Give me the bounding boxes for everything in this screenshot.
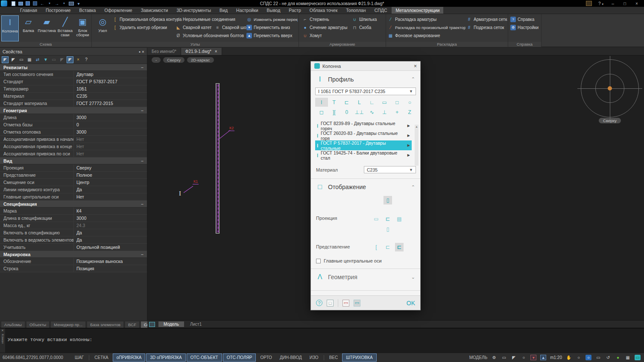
doc-tab-f21-9-1[interactable]: Ф21.9-1.dwg*× [181, 48, 222, 55]
toggle-din-vvod[interactable]: ДИН-ВВОД [276, 354, 305, 361]
tab-vid[interactable]: Вид [216, 7, 231, 14]
shape-angle[interactable]: L [353, 98, 366, 107]
expand-arrow-icon[interactable]: ▶ [407, 143, 410, 147]
tab-oformlenie[interactable]: Оформление [100, 7, 136, 14]
tab-obekty[interactable]: Объекты [26, 321, 50, 328]
representation-simple-button[interactable]: [ [372, 243, 381, 251]
monitor-icon[interactable]: ▭ [635, 355, 641, 360]
undo-icon[interactable]: ← [40, 1, 45, 6]
rod-button[interactable]: ⌐ Стержень [302, 16, 347, 23]
profile-dropdown[interactable]: Ⅰ 10Б1 ГОСТ Р 57837-2017 С235 ▼ [315, 88, 416, 95]
toggle-ves[interactable]: ВЕС [326, 354, 342, 361]
space-mode-label[interactable]: МОДЕЛЬ [469, 355, 487, 360]
command-panel-tab[interactable]: × Коман [0, 328, 5, 353]
collapse-icon[interactable]: − [141, 158, 143, 163]
quick-select-icon[interactable]: ◤ [67, 56, 73, 63]
help-menu-button[interactable]: ? ▾ [598, 1, 604, 6]
stirrup-button[interactable]: ∪ Хомут [302, 32, 337, 39]
central-axes-checkbox[interactable] [316, 259, 321, 263]
tab-glavnaya[interactable]: Главная [16, 7, 41, 14]
dialog-help-icon[interactable]: ? [316, 300, 322, 306]
shape-channel[interactable]: ⊏ [340, 98, 353, 107]
tab-metallokonstruktsii[interactable]: Металлоконструкции [392, 7, 443, 14]
app-logo-icon[interactable] [1, 0, 7, 6]
move-up-button[interactable]: ▲ Переместить вверх [246, 32, 298, 39]
selection-filter-icon[interactable]: ▼ [42, 56, 49, 63]
minimize-button[interactable]: – [610, 1, 616, 6]
layout-trajectory-button[interactable]: ⁄ Раскладка по произвольной траектории [388, 24, 465, 31]
mark-k1[interactable]: К1 [193, 179, 199, 184]
select-rect-all-icon[interactable]: ▦ [26, 56, 33, 63]
tab-rastr[interactable]: Растр [285, 7, 304, 14]
shape-double-angle[interactable]: ⊥⊥ [353, 108, 366, 117]
zoom-icon[interactable]: ○ [576, 355, 582, 360]
shape-cross[interactable]: + [391, 108, 404, 117]
toggle-shag[interactable]: ШАГ [71, 354, 87, 361]
notes-icon[interactable]: ▭ [501, 355, 507, 360]
tab-3d-instrumenty[interactable]: 3D-инструменты [173, 7, 215, 14]
mesh-trim-button[interactable]: # Подрезка сеток [466, 24, 507, 31]
shape-double-channel[interactable]: ][ [328, 108, 341, 117]
close-button[interactable]: × [634, 1, 640, 6]
sheets-icon[interactable]: ▦ [625, 355, 631, 360]
open-file-icon[interactable] [18, 1, 23, 6]
zoom-object-icon[interactable]: ▭ [595, 355, 601, 360]
bulb-cursor-icon[interactable]: ◤ [511, 355, 517, 360]
toggle-ots-obekt[interactable]: ОТС-ОБЪЕКТ [187, 353, 222, 362]
collapse-icon[interactable]: − [141, 201, 143, 207]
multi-insert-icon[interactable]: ▭ [354, 300, 360, 307]
undo-caret-icon[interactable]: ▾ [47, 1, 52, 6]
move-down-button[interactable]: ▼ Переместить вниз [246, 24, 298, 31]
bolt-symbols-button[interactable]: Ø Условные обозначения болтов [176, 32, 248, 39]
tab-baza-elementov[interactable]: База элементов [87, 321, 124, 328]
shape-round-tube[interactable]: ○ [404, 98, 416, 107]
shape-oval[interactable]: 0 [340, 108, 353, 117]
visual-style-button[interactable]: 2D-каркас [187, 57, 214, 63]
collapse-icon[interactable]: − [141, 65, 143, 70]
tray-icon[interactable] [586, 1, 592, 6]
new-file-icon[interactable] [11, 1, 16, 6]
tab-postroenie[interactable]: Построение [42, 7, 74, 14]
settings-button[interactable]: ⚙ Настройки [510, 24, 540, 31]
shape-zee[interactable]: Z [404, 108, 416, 117]
gost-item-selected[interactable]: Ⅰ ГОСТ Р 57837-2017 - Двутавры стальные … [315, 140, 412, 150]
gost-item[interactable]: Ⅰ ГОСТ 8239-89 - Двутавры стальные горяч… [315, 121, 412, 131]
projection-top-button[interactable]: ▯ [383, 196, 392, 204]
tab-spds[interactable]: СПДС [371, 7, 391, 14]
change-overlap-mode-button[interactable]: ◎ Изменить режим перекрытия [246, 16, 298, 23]
section-spetsifikatsiya[interactable]: Спецификация− [0, 201, 147, 207]
orbit-icon[interactable]: ↺ [605, 355, 611, 360]
customize-caret-icon[interactable]: ▾ [76, 1, 81, 6]
plate-tool-button[interactable]: ▰ Пластина [38, 15, 56, 41]
bulb-icon[interactable]: ○ [521, 355, 527, 360]
rebar-layout-button[interactable]: ⁄ Раскладка арматуры [388, 16, 465, 23]
list-scrollbar[interactable]: ▲ [415, 125, 419, 166]
representation-full-button[interactable]: ⊏ [395, 243, 404, 251]
autosnap-marker-icon[interactable]: ▾ [530, 355, 536, 360]
expand-arrow-icon[interactable]: ▶ [407, 124, 410, 128]
toggle-ots-polyar[interactable]: ОТС-ПОЛЯР [223, 353, 256, 362]
tab-zavisimosti[interactable]: Зависимости [137, 7, 172, 14]
toggle-shtrihovka[interactable]: ШТРИХОВКА [342, 353, 376, 362]
assembly-block-button[interactable]: ▣ Блок сборки [74, 15, 91, 41]
select-similar-icon[interactable]: ▭ [50, 56, 57, 63]
tab-menedzher[interactable]: Менеджер пр... [50, 321, 86, 328]
scale-indicator[interactable]: m1:20 [550, 355, 562, 360]
maximize-button[interactable]: □ [622, 1, 628, 6]
shape-ibeam[interactable]: Ⅰ [315, 98, 328, 107]
profile-section-header[interactable]: Ⅰ Профиль ⌃ [311, 71, 420, 88]
rebar-section-button[interactable]: ● Сечение арматуры [302, 24, 349, 31]
node-tool-button[interactable]: ◎ Узел [94, 15, 111, 41]
select-append-icon[interactable]: ◤ [2, 56, 9, 63]
collapse-icon[interactable]: − [141, 252, 143, 257]
clamp-button[interactable]: ⊓ Скоба [352, 24, 382, 31]
gost-item[interactable]: Ⅰ ГОСТ 26020-83 - Двутавры стальные горя… [315, 131, 412, 140]
pan-icon[interactable]: ✋ [566, 355, 572, 360]
close-command-icon[interactable]: × [0, 328, 5, 333]
shape-square-tube[interactable]: □ [391, 98, 404, 107]
command-history[interactable]: Укажите точку вставки колонны: Укажите к… [8, 328, 95, 353]
gost-item[interactable]: Ⅰ ГОСТ 19425-74 - Балки двутавровые стал… [315, 150, 412, 160]
properties-help-icon[interactable]: ? [83, 56, 90, 63]
pin-panel-icon[interactable]: ▪ [139, 49, 141, 54]
shape-rect-tube[interactable]: ▭ [378, 98, 391, 107]
